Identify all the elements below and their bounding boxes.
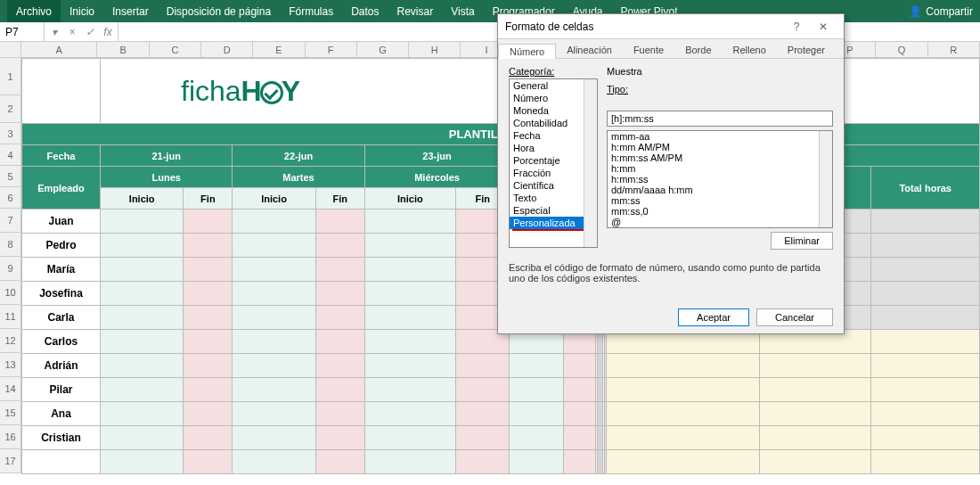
dialog-tab[interactable]: Alineación — [556, 43, 623, 58]
tipo-input[interactable] — [607, 111, 833, 127]
col-header[interactable]: D — [201, 42, 253, 58]
type-list[interactable]: mmm-aa h:mm AM/PM h:mm:ss AM/PM h:mm h:m… — [607, 130, 833, 228]
col-header[interactable]: F — [306, 42, 357, 58]
table-row[interactable]: Pilar — [22, 378, 980, 402]
list-item[interactable]: mmm-aa — [608, 131, 832, 142]
share-button[interactable]: 👤 Compartir — [909, 5, 973, 18]
row-header[interactable]: 6 — [0, 187, 21, 209]
row-header[interactable]: 12 — [0, 329, 21, 353]
inicio-header: Inicio — [233, 188, 315, 210]
row-header[interactable]: 2 — [0, 95, 21, 123]
muestra-label: Muestra — [607, 66, 833, 77]
dialog-tab[interactable]: Borde — [674, 43, 722, 58]
name-box[interactable]: P7 — [0, 22, 45, 41]
col-header[interactable]: C — [150, 42, 201, 58]
ribbon-tab[interactable]: Disposición de página — [158, 0, 280, 22]
dialog-titlebar: Formato de celdas ? ✕ — [498, 14, 844, 39]
tipo-label: Tipo: — [607, 84, 833, 95]
inicio-header: Inicio — [101, 188, 184, 210]
help-icon[interactable]: ? — [783, 21, 810, 33]
row-header[interactable]: 10 — [0, 281, 21, 305]
row-header[interactable]: 13 — [0, 353, 21, 377]
ribbon-tab[interactable]: Inicio — [61, 0, 103, 22]
person-icon: 👤 — [909, 5, 922, 18]
aceptar-button[interactable]: Aceptar — [678, 308, 749, 326]
fin-header: Fin — [184, 188, 233, 210]
dialog-tab[interactable]: Número — [498, 44, 556, 59]
row-header[interactable]: 8 — [0, 233, 21, 257]
cancel-icon[interactable]: × — [66, 26, 78, 38]
day-header: Miércoles — [364, 167, 510, 188]
row-header[interactable]: 15 — [0, 401, 21, 425]
dialog-tab[interactable]: Relleno — [723, 43, 777, 58]
ribbon-tab[interactable]: Revisar — [388, 0, 443, 22]
col-header[interactable]: R — [928, 42, 980, 58]
fx-icon[interactable]: fx — [102, 26, 114, 38]
inicio-header: Inicio — [364, 188, 455, 210]
list-item[interactable]: h:mm:ss AM/PM — [608, 152, 832, 163]
cancelar-button[interactable]: Cancelar — [756, 308, 833, 326]
dialog-title: Formato de celdas — [505, 21, 593, 33]
col-header[interactable]: B — [97, 42, 149, 58]
row-header[interactable]: 9 — [0, 257, 21, 281]
ribbon-tab[interactable]: Insertar — [103, 0, 158, 22]
list-item[interactable]: h:mm AM/PM — [608, 142, 832, 152]
fecha-header: Fecha — [22, 145, 101, 167]
close-icon[interactable]: ✕ — [810, 21, 837, 33]
col-header[interactable]: H — [409, 42, 461, 58]
row-header[interactable]: 1 — [0, 58, 21, 95]
dialog-tab[interactable]: Proteger — [777, 43, 836, 58]
row-headers: 1 2 3 4 5 6 7 8 9 10 11 12 13 14 15 16 1… — [0, 42, 21, 485]
table-row[interactable]: Ana — [22, 402, 980, 426]
list-item[interactable]: mm:ss,0 — [608, 206, 832, 217]
format-cells-dialog: Formato de celdas ? ✕ Número Alineación … — [497, 13, 845, 334]
scrollbar[interactable] — [584, 79, 597, 247]
list-item[interactable]: mm:ss — [608, 195, 832, 206]
hours-header: Total horas — [871, 167, 980, 210]
list-item[interactable]: dd/mm/aaaa h:mm — [608, 185, 832, 195]
date-header: 23-jun — [364, 145, 510, 167]
list-item[interactable]: @ — [608, 217, 832, 227]
col-header[interactable]: E — [253, 42, 305, 58]
col-header[interactable]: Q — [876, 42, 927, 58]
row-header[interactable]: 14 — [0, 377, 21, 401]
list-item[interactable]: [h]:mm:ss — [608, 227, 832, 228]
empleado-header: Empleado — [22, 167, 101, 210]
logo: fichaHY — [101, 59, 510, 124]
enter-icon[interactable]: ✓ — [84, 26, 96, 38]
ribbon-tab[interactable]: Datos — [342, 0, 388, 22]
table-row[interactable]: Adrián — [22, 354, 980, 378]
row-header[interactable]: 16 — [0, 425, 21, 449]
dialog-tabs: Número Alineación Fuente Borde Relleno P… — [498, 39, 844, 59]
row-header[interactable]: 5 — [0, 166, 21, 187]
row-header[interactable]: 7 — [0, 209, 21, 233]
row-header[interactable]: 3 — [0, 123, 21, 144]
scrollbar[interactable] — [819, 131, 832, 227]
eliminar-button[interactable]: Eliminar — [771, 232, 833, 250]
list-item[interactable]: h:mm — [608, 163, 832, 174]
ribbon-tab[interactable]: Archivo — [7, 0, 61, 22]
row-header[interactable]: 17 — [0, 449, 21, 473]
list-item[interactable]: h:mm:ss — [608, 174, 832, 185]
table-row[interactable]: Cristian — [22, 426, 980, 450]
date-header: 22-jun — [233, 145, 364, 167]
dropdown-icon[interactable]: ▾ — [48, 26, 61, 38]
table-row[interactable] — [22, 450, 980, 474]
col-header[interactable]: A — [21, 42, 97, 58]
dialog-tab[interactable]: Fuente — [623, 43, 674, 58]
ribbon-tab[interactable]: Vista — [442, 0, 483, 22]
day-header: Lunes — [101, 167, 233, 188]
red-underline — [512, 229, 594, 231]
category-label: Categoría: — [509, 66, 598, 77]
day-header: Martes — [233, 167, 364, 188]
hint-text: Escriba el código de formato de número, … — [498, 257, 844, 284]
fin-header: Fin — [315, 188, 364, 210]
date-header: 21-jun — [101, 145, 233, 167]
category-list[interactable]: General Número Moneda Contabilidad Fecha… — [509, 78, 598, 248]
ribbon-tab[interactable]: Fórmulas — [280, 0, 342, 22]
col-header[interactable]: G — [357, 42, 409, 58]
check-icon — [260, 81, 283, 104]
row-header[interactable]: 11 — [0, 305, 21, 329]
row-header[interactable]: 4 — [0, 144, 21, 166]
